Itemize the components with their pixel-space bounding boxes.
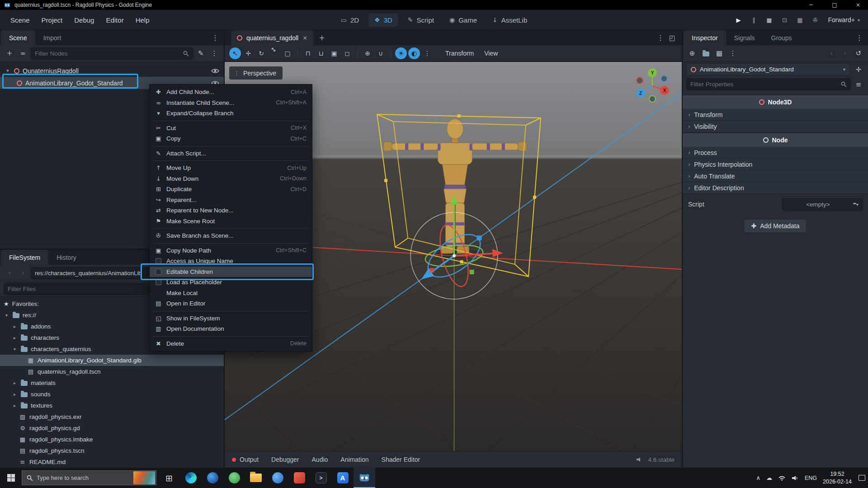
- menu-item-copy[interactable]: ▣CopyCtrl+C: [150, 133, 312, 144]
- stop-button[interactable]: ■: [763, 14, 775, 26]
- notification-center-icon[interactable]: [859, 475, 865, 481]
- tab-filesystem[interactable]: FileSystem: [1, 250, 48, 265]
- add-node-button[interactable]: +: [4, 47, 15, 59]
- add-metadata-button[interactable]: ✚ Add Metadata: [744, 219, 807, 233]
- box-select-button[interactable]: ▢: [282, 47, 293, 59]
- group-node-button[interactable]: ▣: [328, 47, 340, 59]
- nav-forward-icon[interactable]: ›: [17, 267, 29, 279]
- menu-item-duplicate[interactable]: ⊞DuplicateCtrl+D: [150, 184, 312, 195]
- tab-script[interactable]: ✎Script: [402, 14, 440, 27]
- tab-groups[interactable]: Groups: [763, 30, 800, 45]
- folder-textures[interactable]: ▸textures: [0, 400, 224, 411]
- category-node[interactable]: Node: [683, 133, 868, 147]
- taskbar-app-explorer[interactable]: [245, 468, 267, 488]
- sun-environment-options-icon[interactable]: ⋮: [421, 47, 433, 59]
- expander-icon[interactable]: ▸: [12, 335, 18, 340]
- menu-item-attach-script[interactable]: ✎Attach Script...: [150, 148, 312, 159]
- expander-icon[interactable]: ▾: [4, 313, 9, 318]
- maximize-button[interactable]: □: [825, 0, 844, 10]
- history-back-icon[interactable]: ‹: [826, 47, 837, 59]
- menu-item-instantiate-child-scene[interactable]: ∞Instantiate Child Scene...Ctrl+Shift+A: [150, 98, 312, 108]
- filter-properties-input[interactable]: [690, 81, 838, 88]
- object-history-icon[interactable]: ↺: [853, 47, 864, 59]
- tray-expand-icon[interactable]: ∧: [756, 474, 760, 481]
- move-mode-button[interactable]: ✛: [242, 47, 254, 59]
- preview-sun-toggle[interactable]: ☀: [395, 47, 407, 59]
- mute-speaker-icon[interactable]: [636, 457, 643, 462]
- taskbar-app-green[interactable]: [223, 468, 245, 488]
- inspector-dock-menu-icon[interactable]: ⋮: [854, 32, 865, 44]
- section-editor-description[interactable]: ›Editor Description: [683, 182, 868, 194]
- pause-button[interactable]: ‖: [747, 14, 760, 26]
- expander-icon[interactable]: ▾: [12, 347, 18, 352]
- taskbar-app-a[interactable]: A: [332, 468, 354, 488]
- preview-environment-toggle[interactable]: ◐: [408, 47, 420, 59]
- taskbar-app-red[interactable]: [288, 468, 310, 488]
- renderer-selector[interactable]: Forward+▾: [824, 14, 863, 25]
- menu-item-delete[interactable]: ✖DeleteDelete: [150, 338, 312, 349]
- movie-writer-icon[interactable]: ▦: [793, 14, 806, 26]
- scene-tree-options-icon[interactable]: ⋮: [208, 47, 220, 59]
- cloud-icon[interactable]: ☁: [766, 474, 772, 481]
- tab-3d[interactable]: ❖3D: [368, 14, 398, 27]
- play-button[interactable]: ▶: [732, 14, 745, 26]
- menu-debug[interactable]: Debug: [68, 13, 100, 27]
- snap-toggle-button[interactable]: ∪: [375, 47, 387, 59]
- menu-item-reparent-to-new-node[interactable]: ⇄Reparent to New Node...: [150, 205, 312, 216]
- expander-icon[interactable]: ▸: [12, 324, 18, 329]
- menu-item-access-as-unique-name[interactable]: Access as Unique Name: [150, 256, 312, 267]
- folder-sounds[interactable]: ▸sounds: [0, 389, 224, 400]
- tab-scene[interactable]: Scene: [1, 30, 35, 45]
- tab-game[interactable]: ◉Game: [443, 14, 483, 27]
- taskbar-app-globe[interactable]: [267, 468, 288, 488]
- perspective-menu[interactable]: ⋮ Perspective: [229, 66, 283, 80]
- menu-item-open-documentation[interactable]: ▥Open Documentation: [150, 324, 312, 334]
- taskbar-app-browser2[interactable]: [202, 468, 223, 488]
- load-resource-icon[interactable]: [700, 47, 712, 59]
- menu-item-save-branch-as-scene[interactable]: ✇Save Branch as Scene...: [150, 230, 312, 241]
- ungroup-node-button[interactable]: ◻: [341, 47, 353, 59]
- local-space-button[interactable]: ⊕: [362, 47, 373, 59]
- node-tools-icon[interactable]: ✛: [853, 64, 864, 75]
- scale-mode-button[interactable]: ↔: [266, 45, 283, 61]
- save-resource-icon[interactable]: ▦: [713, 47, 725, 59]
- menu-project[interactable]: Project: [36, 13, 69, 27]
- expander-icon[interactable]: ▸: [12, 392, 18, 397]
- expander-icon[interactable]: ▸: [12, 403, 18, 408]
- menu-scene[interactable]: Scene: [5, 13, 36, 27]
- wifi-icon[interactable]: [778, 475, 786, 481]
- script-assign-control[interactable]: <empty> ▾: [782, 198, 863, 211]
- scene-dock-menu-icon[interactable]: ⋮: [209, 32, 221, 44]
- instantiate-scene-button[interactable]: ∞: [17, 47, 29, 59]
- close-tab-icon[interactable]: ×: [302, 34, 307, 41]
- new-scene-tab-button[interactable]: +: [316, 32, 328, 44]
- menu-item-show-in-filesystem[interactable]: ◱Show in FileSystem: [150, 313, 312, 324]
- menu-item-make-local[interactable]: Make Local: [150, 288, 312, 299]
- task-view-button[interactable]: ⊞: [158, 468, 180, 488]
- taskbar-app-edge[interactable]: [180, 468, 202, 488]
- tab-assetlib[interactable]: ↓AssetLib: [486, 14, 533, 27]
- taskbar-app-godot[interactable]: [354, 468, 375, 488]
- clock[interactable]: 19:52 2026-02-14: [823, 470, 852, 486]
- tab-2d[interactable]: ▭2D: [335, 14, 365, 27]
- file-quaternius-ragdoll-tscn[interactable]: ▤quaternius_ragdoll.tscn: [0, 366, 224, 377]
- menu-item-open-in-editor[interactable]: ▤Open in Editor: [150, 298, 312, 309]
- folder-materials[interactable]: ▸materials: [0, 377, 224, 389]
- new-resource-icon[interactable]: ⊕: [686, 47, 698, 59]
- filter-options-icon[interactable]: ≡: [853, 79, 864, 90]
- history-forward-icon[interactable]: ›: [839, 47, 851, 59]
- file-readme[interactable]: ≡README.md: [0, 456, 224, 468]
- menu-item-load-as-placeholder[interactable]: Load as Placeholder: [150, 277, 312, 288]
- file-ragdoll-tscn[interactable]: ▤ragdoll_physics.tscn: [0, 445, 224, 456]
- tab-audio[interactable]: Audio: [312, 456, 328, 463]
- menu-item-move-up[interactable]: ↑Move UpCtrl+Up: [150, 163, 312, 174]
- section-visibility[interactable]: ›Visibility: [683, 121, 868, 132]
- close-button[interactable]: ×: [848, 0, 868, 10]
- section-process[interactable]: ›Process: [683, 147, 868, 159]
- float-window-icon[interactable]: ◰: [666, 32, 678, 44]
- category-node3d[interactable]: Node3D: [683, 95, 868, 109]
- minimize-button[interactable]: ─: [801, 0, 821, 10]
- menu-item-copy-node-path[interactable]: ▣Copy Node PathCtrl+Shift+C: [150, 245, 312, 256]
- expander-icon[interactable]: ▸: [12, 380, 18, 385]
- language-indicator[interactable]: ENG: [805, 475, 817, 481]
